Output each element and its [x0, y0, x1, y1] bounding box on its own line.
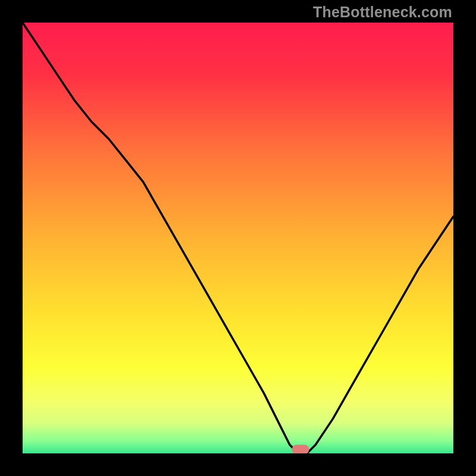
watermark-text: TheBottleneck.com	[313, 4, 452, 21]
marker-pill	[292, 444, 309, 453]
plot-area	[23, 23, 453, 453]
bottleneck-curve	[23, 23, 453, 453]
chart-container: TheBottleneck.com	[0, 0, 476, 476]
